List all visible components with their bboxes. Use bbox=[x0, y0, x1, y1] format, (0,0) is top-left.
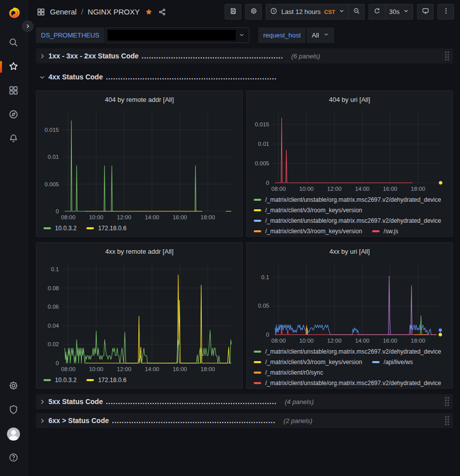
timeseries-plot[interactable]: 08:0010:0012:0014:0016:0018:0000.020.040… bbox=[40, 258, 238, 374]
legend-series-label: 10.0.3.2 bbox=[55, 377, 76, 384]
row-header-5xx[interactable]: 5xx Status Code ........................… bbox=[36, 394, 453, 409]
time-range-picker[interactable]: Last 12 hours CST bbox=[266, 4, 348, 19]
sidebar-item-dashboards[interactable] bbox=[3, 81, 23, 101]
dashboard-settings-button[interactable] bbox=[245, 4, 262, 19]
svg-text:08:00: 08:00 bbox=[61, 366, 75, 372]
svg-text:12:00: 12:00 bbox=[327, 338, 342, 344]
legend-item[interactable]: 172.18.0.6 bbox=[86, 377, 126, 384]
timezone-label: CST bbox=[324, 9, 335, 15]
svg-text:18:00: 18:00 bbox=[411, 338, 426, 344]
favorite-star-button[interactable] bbox=[144, 7, 153, 16]
timeseries-plot[interactable]: 08:0010:0012:0014:0016:0018:0000.0050.01… bbox=[251, 106, 449, 194]
sidebar-item-profile[interactable] bbox=[3, 424, 23, 444]
sidebar-item-alerting[interactable] bbox=[3, 129, 23, 149]
svg-text:0.08: 0.08 bbox=[48, 285, 59, 291]
main-area: General / NGINX PROXY bbox=[27, 0, 460, 476]
svg-text:0.04: 0.04 bbox=[48, 323, 59, 329]
legend-series-swatch bbox=[372, 361, 380, 363]
row-title: 4xx Status Code bbox=[48, 73, 103, 81]
refresh-controls: 30s bbox=[369, 4, 413, 19]
dashboard-canvas: 1xx - 3xx - 2xx Status Code ............… bbox=[27, 48, 460, 476]
svg-text:0.1: 0.1 bbox=[51, 266, 59, 272]
refresh-interval-picker[interactable]: 30s bbox=[385, 4, 413, 19]
clock-icon bbox=[270, 7, 278, 16]
timeseries-plot[interactable]: 08:0010:0012:0014:0016:0018:0000.0050.01… bbox=[40, 106, 238, 222]
row-drag-handle[interactable] bbox=[445, 397, 449, 406]
row-header-4xx[interactable]: 4xx Status Code ........................… bbox=[36, 69, 453, 84]
sidebar-expand-toggle[interactable] bbox=[22, 20, 33, 32]
legend-row: 10.0.3.2172.18.0.6 bbox=[43, 225, 237, 232]
svg-text:08:00: 08:00 bbox=[271, 186, 286, 192]
more-options-kebab-button[interactable] bbox=[438, 4, 454, 19]
panel-legend: 10.0.3.2172.18.0.6 bbox=[40, 374, 238, 387]
chevron-right-icon bbox=[39, 399, 45, 405]
svg-text:12:00: 12:00 bbox=[327, 186, 342, 192]
legend-item[interactable]: /_matrix/client/unstable/org.matrix.msc2… bbox=[254, 348, 441, 355]
legend-item[interactable]: /_matrix/client/unstable/org.matrix.msc2… bbox=[254, 196, 441, 203]
save-icon bbox=[229, 7, 237, 16]
row-title: 5xx Status Code bbox=[48, 398, 103, 406]
legend-series-label: /_matrix/client/unstable/org.matrix.msc2… bbox=[265, 380, 441, 387]
grafana-logo-icon[interactable] bbox=[5, 5, 22, 22]
panel-title[interactable]: 404 by uri [All] bbox=[251, 93, 449, 106]
panel-4xx-by-remote-addr: 4xx by remote addr [All] 08:0010:0012:00… bbox=[36, 242, 243, 389]
legend-series-label: /_matrix/client/unstable/org.matrix.msc2… bbox=[265, 196, 441, 203]
breadcrumb-dashboard-title[interactable]: NGINX PROXY bbox=[88, 7, 140, 16]
legend-item[interactable]: 10.0.3.2 bbox=[43, 225, 76, 232]
legend-item[interactable]: 10.0.3.2 bbox=[43, 377, 76, 384]
variable-value-ds-prometheus[interactable] bbox=[105, 27, 249, 43]
legend-item[interactable]: /_matrix/client/v3/room_keys/version bbox=[254, 359, 362, 366]
breadcrumb: General / NGINX PROXY bbox=[36, 7, 167, 16]
svg-text:12:00: 12:00 bbox=[117, 366, 131, 372]
legend-item[interactable]: /_matrix/client/unstable/org.matrix.msc2… bbox=[254, 217, 441, 224]
legend-series-swatch bbox=[43, 379, 51, 381]
time-range-label: Last 12 hours bbox=[281, 8, 321, 15]
legend-row: /_matrix/client/v3/room_keys/version/sw.… bbox=[254, 228, 448, 235]
legend-item[interactable]: /_matrix/client/v3/room_keys/version bbox=[254, 207, 362, 214]
panel-title[interactable]: 404 by remote addr [All] bbox=[40, 93, 238, 106]
row-drag-handle[interactable] bbox=[445, 416, 449, 425]
variable-value-request-host[interactable]: All bbox=[307, 27, 334, 43]
sidebar-item-help[interactable] bbox=[3, 448, 23, 468]
legend-series-label: /_matrix/client/unstable/org.matrix.msc2… bbox=[265, 348, 441, 355]
breadcrumb-folder[interactable]: General bbox=[50, 7, 76, 16]
legend-series-swatch bbox=[254, 230, 261, 232]
sidebar-item-starred[interactable] bbox=[3, 57, 23, 77]
shield-icon bbox=[8, 404, 19, 417]
legend-item[interactable]: /api/live/ws bbox=[372, 359, 413, 366]
row-header-6xx[interactable]: 6xx > Status Code ......................… bbox=[36, 413, 453, 428]
chevron-down-icon bbox=[239, 31, 245, 40]
panel-title[interactable]: 4xx by uri [All] bbox=[251, 245, 449, 258]
timeseries-plot[interactable]: 08:0010:0012:0014:0016:0018:0000.050.1 bbox=[251, 258, 449, 346]
svg-text:18:00: 18:00 bbox=[201, 366, 215, 372]
legend-item[interactable]: /_matrix/client/unstable/org.matrix.msc2… bbox=[254, 380, 441, 387]
chevron-down-icon bbox=[403, 8, 409, 15]
sidebar-item-configuration[interactable] bbox=[3, 376, 23, 396]
share-button[interactable] bbox=[158, 7, 167, 16]
row-drag-handle[interactable] bbox=[445, 51, 449, 60]
panel-legend: 10.0.3.2172.18.0.6 bbox=[40, 222, 238, 235]
cycle-view-mode-button[interactable] bbox=[417, 4, 434, 19]
legend-series-label: /api/live/ws bbox=[384, 359, 413, 366]
legend-series-swatch bbox=[254, 199, 261, 201]
row-header-1xx-3xx-2xx[interactable]: 1xx - 3xx - 2xx Status Code ............… bbox=[36, 48, 453, 63]
row-title: 6xx > Status Code bbox=[48, 417, 109, 425]
compass-icon bbox=[8, 109, 19, 121]
chevron-down-icon bbox=[39, 74, 45, 80]
legend-item[interactable]: /_matrix/client/r0/sync bbox=[254, 369, 323, 376]
save-dashboard-button[interactable] bbox=[225, 4, 241, 19]
zoom-out-time-button[interactable] bbox=[348, 4, 365, 19]
sidebar-item-server-admin[interactable] bbox=[3, 400, 23, 420]
legend-row: /_matrix/client/r0/sync bbox=[254, 369, 448, 376]
row-panel-count: (6 panels) bbox=[291, 52, 320, 60]
legend-series-label: 10.0.3.2 bbox=[55, 225, 76, 232]
sidebar-item-search[interactable] bbox=[3, 33, 23, 53]
refresh-button[interactable] bbox=[369, 4, 385, 19]
panel-grid: 404 by remote addr [All] 08:0010:0012:00… bbox=[36, 90, 453, 389]
sidebar-item-explore[interactable] bbox=[3, 105, 23, 125]
legend-item[interactable]: /_matrix/client/v3/room_keys/version bbox=[254, 228, 362, 235]
legend-item[interactable]: /sw.js bbox=[372, 228, 398, 235]
legend-item[interactable]: 172.18.0.6 bbox=[86, 225, 126, 232]
svg-text:16:00: 16:00 bbox=[383, 338, 398, 344]
panel-title[interactable]: 4xx by remote addr [All] bbox=[40, 245, 238, 258]
